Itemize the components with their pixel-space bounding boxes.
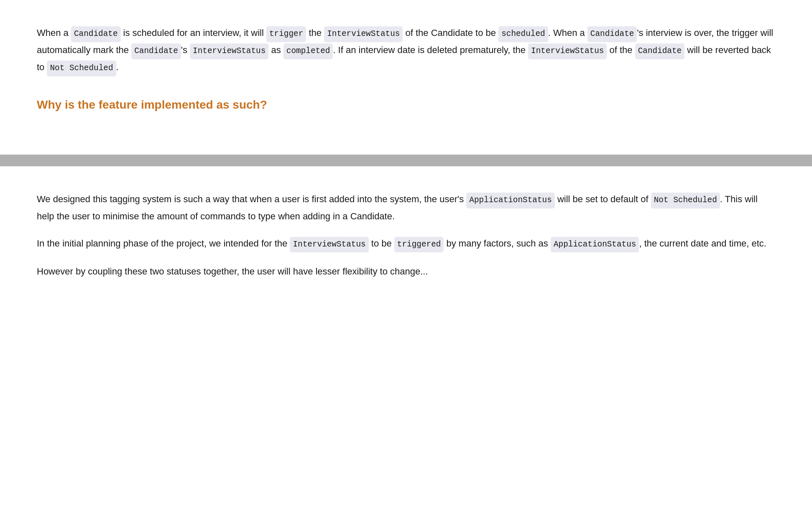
text-current-date: , the current date and time, etc. [639,238,766,249]
code-candidate-1: Candidate [71,26,121,42]
text-by-many: by many factors, such as [444,238,551,249]
paragraph-2: We designed this tagging system is such … [37,191,775,224]
text-when-a: When a [37,28,71,38]
code-interviewstatus-3: InterviewStatus [528,43,607,59]
text-when-a-2: . When a [548,28,587,38]
code-scheduled: scheduled [498,26,548,42]
code-not-scheduled-2: Not Scheduled [651,193,720,208]
code-interviewstatus-4: InterviewStatus [290,237,368,253]
code-candidate-2: Candidate [587,26,637,42]
paragraph-1: When a Candidate is scheduled for an int… [37,25,775,76]
paragraph-3: In the initial planning phase of the pro… [37,236,775,253]
text-if-interview: . If an interview date is deleted premat… [333,45,528,55]
text-as: as [268,45,283,55]
code-completed: completed [283,43,333,59]
text-the: the [306,28,324,38]
section-bottom: We designed this tagging system is such … [0,166,812,316]
code-not-scheduled-1: Not Scheduled [47,61,116,76]
section-top: When a Candidate is scheduled for an int… [0,0,812,155]
code-interviewstatus-2: InterviewStatus [190,43,268,59]
text-however: However by coupling these two statuses t… [37,266,428,277]
text-in-initial: In the initial planning phase of the pro… [37,238,290,249]
text-is-scheduled: is scheduled for an interview, it will [121,28,267,38]
text-will-be-set: will be set to default of [555,194,651,204]
code-applicationstatus-1: ApplicationStatus [466,193,555,208]
text-to-be: to be [369,238,394,249]
text-of-the-candidate: of the Candidate to be [403,28,498,38]
code-interviewstatus-1: InterviewStatus [324,26,403,42]
code-triggered: triggered [394,237,444,253]
text-apostrophe-s: 's [181,45,190,55]
paragraph-4: However by coupling these two statuses t… [37,264,775,280]
code-candidate-4: Candidate [635,43,685,59]
section-heading-why: Why is the feature implemented as such? [37,97,775,113]
text-we-designed: We designed this tagging system is such … [37,194,466,204]
code-applicationstatus-2: ApplicationStatus [551,237,639,253]
code-trigger: trigger [266,26,306,42]
code-candidate-3: Candidate [131,43,181,59]
page-wrapper: When a Candidate is scheduled for an int… [0,0,812,316]
section-divider [0,155,812,166]
text-period-1: . [116,62,119,72]
text-of-the: of the [607,45,635,55]
